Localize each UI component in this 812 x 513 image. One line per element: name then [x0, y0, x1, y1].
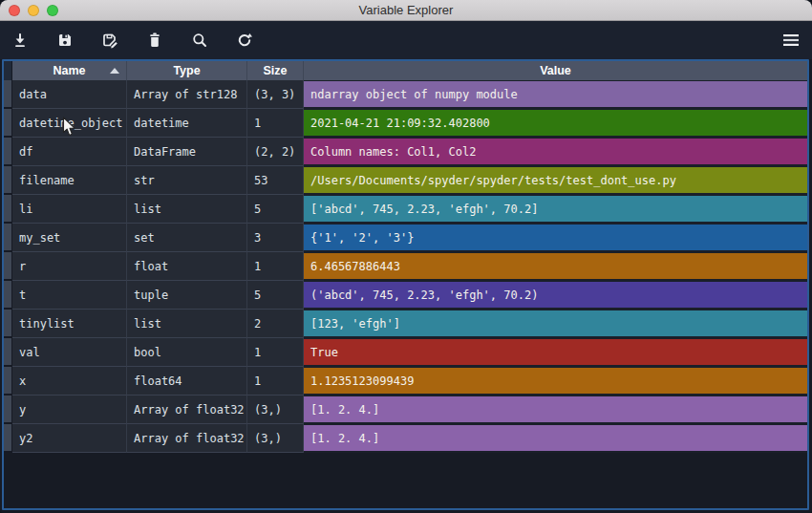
cell-value[interactable]: {'1', '2', '3'} [304, 224, 807, 252]
cell-name[interactable]: y2 [12, 424, 127, 453]
save-data-icon [56, 32, 74, 49]
cell-type[interactable]: list [127, 310, 247, 338]
row-vertical-header[interactable] [4, 367, 12, 395]
remove-variable-button[interactable] [146, 32, 163, 49]
cell-type[interactable]: Array of str128 [127, 80, 247, 109]
cell-value-text: ndarray object of numpy module [304, 81, 807, 107]
cell-size[interactable]: (3, 3) [247, 80, 304, 109]
cell-size[interactable]: 2 [247, 310, 304, 338]
column-header-name[interactable]: Name [12, 61, 127, 80]
row-vertical-header[interactable] [4, 310, 12, 338]
minimize-button[interactable] [28, 5, 39, 16]
table-row: y2 Array of float32 (3,) [1. 2. 4.] [4, 424, 807, 453]
cell-value[interactable]: [123, 'efgh'] [304, 310, 807, 338]
cell-name[interactable]: df [12, 138, 127, 166]
cell-value[interactable]: /Users/Documents/spyder/spyder/tests/tes… [304, 166, 807, 195]
row-vertical-header[interactable] [4, 395, 12, 424]
cell-value[interactable]: 1.1235123099439 [304, 367, 807, 395]
cell-type[interactable]: Array of float32 [127, 424, 247, 453]
refresh-button[interactable] [236, 32, 253, 49]
cell-name[interactable]: li [12, 195, 127, 224]
trash-icon [146, 32, 163, 49]
table-row: r float 1 6.46567886443 [4, 252, 807, 281]
row-vertical-header[interactable] [4, 80, 12, 109]
cell-type[interactable]: tuple [127, 281, 247, 310]
cell-size[interactable]: 5 [247, 281, 304, 310]
close-button[interactable] [9, 5, 20, 16]
cell-size[interactable]: 1 [247, 367, 304, 395]
cell-name[interactable]: r [12, 252, 127, 281]
cell-name[interactable]: datetime_object [12, 109, 127, 138]
cell-value[interactable]: ('abcd', 745, 2.23, 'efgh', 70.2) [304, 281, 807, 310]
header-corner [4, 61, 12, 80]
cell-value-text: /Users/Documents/spyder/spyder/tests/tes… [304, 167, 807, 193]
column-header-type[interactable]: Type [127, 61, 247, 80]
cell-name[interactable]: data [12, 80, 127, 109]
content-area: Name Type Size Value data Array of str12… [0, 59, 812, 513]
cell-name[interactable]: x [12, 367, 127, 395]
table-row: df DataFrame (2, 2) Column names: Col1, … [4, 138, 807, 166]
cell-size[interactable]: 1 [247, 338, 304, 367]
cell-value-text: Column names: Col1, Col2 [304, 139, 807, 164]
cell-value[interactable]: 6.46567886443 [304, 252, 807, 281]
row-vertical-header[interactable] [4, 224, 12, 252]
save-data-as-button[interactable] [101, 32, 118, 49]
cell-value[interactable]: 2021-04-21 21:09:32.402800 [304, 109, 807, 138]
column-header-value[interactable]: Value [304, 61, 807, 80]
cell-value[interactable]: True [304, 338, 807, 367]
cell-name[interactable]: my_set [12, 224, 127, 252]
row-vertical-header[interactable] [4, 109, 12, 138]
window-title: Variable Explorer [359, 3, 454, 17]
row-vertical-header[interactable] [4, 281, 12, 310]
row-vertical-header[interactable] [4, 424, 12, 453]
cell-type[interactable]: bool [127, 338, 247, 367]
save-data-button[interactable] [56, 32, 74, 49]
cell-name[interactable]: y [12, 395, 127, 424]
titlebar[interactable]: Variable Explorer [0, 0, 812, 21]
cell-size[interactable]: (3,) [247, 395, 304, 424]
cell-size[interactable]: 53 [247, 166, 304, 195]
table-row: y Array of float32 (3,) [1. 2. 4.] [4, 395, 807, 424]
cell-name[interactable]: val [12, 338, 127, 367]
row-vertical-header[interactable] [4, 195, 12, 224]
zoom-button[interactable] [47, 5, 58, 16]
cell-type[interactable]: float64 [127, 367, 247, 395]
cell-type[interactable]: datetime [127, 109, 247, 138]
row-vertical-header[interactable] [4, 138, 12, 166]
cell-type[interactable]: list [127, 195, 247, 224]
cell-size[interactable]: 5 [247, 195, 304, 224]
options-menu-button[interactable] [782, 32, 800, 49]
cell-size[interactable]: (2, 2) [247, 138, 304, 166]
cell-size[interactable]: (3,) [247, 424, 304, 453]
cell-size[interactable]: 1 [247, 109, 304, 138]
cell-value[interactable]: [1. 2. 4.] [304, 395, 807, 424]
cell-type[interactable]: str [127, 166, 247, 195]
table-row: datetime_object datetime 1 2021-04-21 21… [4, 109, 807, 138]
toolbar [0, 21, 812, 59]
table-row: t tuple 5 ('abcd', 745, 2.23, 'efgh', 70… [4, 281, 807, 310]
cell-type[interactable]: DataFrame [127, 138, 247, 166]
cell-name[interactable]: tinylist [12, 310, 127, 338]
cell-value-text: 1.1235123099439 [304, 368, 807, 394]
cell-type[interactable]: Array of float32 [127, 395, 247, 424]
cell-value-text: ['abcd', 745, 2.23, 'efgh', 70.2] [304, 196, 807, 222]
search-button[interactable] [191, 32, 208, 49]
cell-value[interactable]: [1. 2. 4.] [304, 424, 807, 453]
cell-type[interactable]: set [127, 224, 247, 252]
row-vertical-header[interactable] [4, 338, 12, 367]
row-vertical-header[interactable] [4, 252, 12, 281]
cell-name[interactable]: t [12, 281, 127, 310]
cell-value-text: {'1', '2', '3'} [304, 224, 807, 250]
row-vertical-header[interactable] [4, 166, 12, 195]
cell-size[interactable]: 3 [247, 224, 304, 252]
column-header-size[interactable]: Size [247, 61, 304, 80]
cell-value-text: [123, 'efgh'] [304, 310, 807, 336]
cell-value[interactable]: Column names: Col1, Col2 [304, 138, 807, 166]
cell-name[interactable]: filename [12, 166, 127, 195]
cell-value[interactable]: ['abcd', 745, 2.23, 'efgh', 70.2] [304, 195, 807, 224]
cell-type[interactable]: float [127, 252, 247, 281]
cell-size[interactable]: 1 [247, 252, 304, 281]
cell-value[interactable]: ndarray object of numpy module [304, 80, 807, 109]
save-data-as-icon [101, 32, 118, 49]
import-data-button[interactable] [11, 32, 29, 49]
